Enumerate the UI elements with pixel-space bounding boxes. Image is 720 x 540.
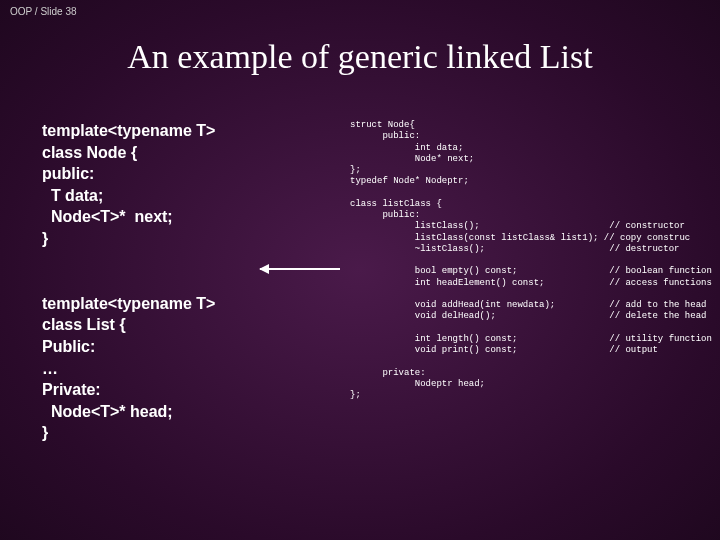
arrow-icon: [260, 268, 340, 270]
right-code-block: struct Node{ public: int data; Node* nex…: [350, 120, 712, 401]
slide-title: An example of generic linked List: [0, 38, 720, 76]
slide-label: OOP / Slide 38: [10, 6, 77, 17]
left-code-block: template<typename T> class Node { public…: [42, 120, 332, 444]
